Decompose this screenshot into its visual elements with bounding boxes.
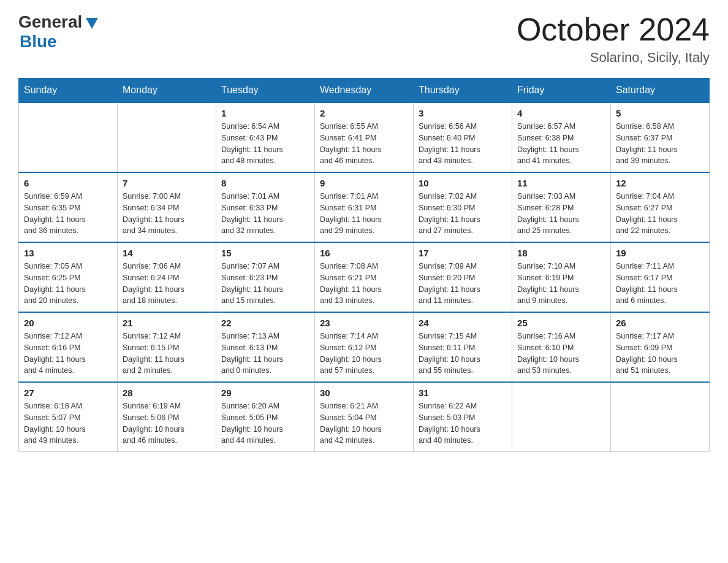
day-number: 15 — [221, 248, 309, 258]
day-info: Sunrise: 7:16 AM Sunset: 6:10 PM Dayligh… — [517, 331, 605, 377]
day-info: Sunrise: 6:57 AM Sunset: 6:38 PM Dayligh… — [517, 121, 605, 167]
day-number: 21 — [123, 318, 211, 328]
calendar-cell: 22Sunrise: 7:13 AM Sunset: 6:13 PM Dayli… — [216, 312, 315, 382]
page-header: General Blue October 2024 Solarino, Sici… — [18, 12, 710, 66]
day-info: Sunrise: 6:55 AM Sunset: 6:41 PM Dayligh… — [320, 121, 408, 167]
calendar-week-row: 1Sunrise: 6:54 AM Sunset: 6:43 PM Daylig… — [19, 102, 710, 172]
calendar-cell: 12Sunrise: 7:04 AM Sunset: 6:27 PM Dayli… — [611, 172, 710, 242]
title-section: October 2024 Solarino, Sicily, Italy — [517, 12, 710, 66]
day-info: Sunrise: 6:59 AM Sunset: 6:35 PM Dayligh… — [24, 191, 112, 237]
calendar-cell — [118, 102, 216, 172]
calendar-cell: 7Sunrise: 7:00 AM Sunset: 6:34 PM Daylig… — [118, 172, 216, 242]
day-info: Sunrise: 6:19 AM Sunset: 5:06 PM Dayligh… — [123, 400, 211, 446]
day-number: 27 — [24, 388, 112, 398]
day-info: Sunrise: 7:08 AM Sunset: 6:21 PM Dayligh… — [320, 261, 408, 307]
day-info: Sunrise: 7:13 AM Sunset: 6:13 PM Dayligh… — [221, 331, 309, 377]
day-number: 16 — [320, 248, 408, 258]
calendar-cell: 29Sunrise: 6:20 AM Sunset: 5:05 PM Dayli… — [216, 382, 315, 452]
weekday-header-saturday: Saturday — [611, 79, 710, 103]
day-number: 17 — [419, 248, 507, 258]
day-info: Sunrise: 7:06 AM Sunset: 6:24 PM Dayligh… — [123, 261, 211, 307]
calendar-cell: 26Sunrise: 7:17 AM Sunset: 6:09 PM Dayli… — [611, 312, 710, 382]
day-number: 12 — [616, 178, 704, 188]
day-info: Sunrise: 6:58 AM Sunset: 6:37 PM Dayligh… — [616, 121, 704, 167]
day-number: 8 — [221, 178, 309, 188]
calendar-cell: 8Sunrise: 7:01 AM Sunset: 6:33 PM Daylig… — [216, 172, 315, 242]
svg-marker-0 — [86, 18, 98, 29]
calendar-cell: 30Sunrise: 6:21 AM Sunset: 5:04 PM Dayli… — [315, 382, 414, 452]
day-number: 6 — [24, 178, 112, 188]
calendar-cell: 28Sunrise: 6:19 AM Sunset: 5:06 PM Dayli… — [118, 382, 216, 452]
day-number: 20 — [24, 318, 112, 328]
logo-triangle-icon — [83, 14, 100, 31]
day-number: 25 — [517, 318, 605, 328]
calendar-cell: 19Sunrise: 7:11 AM Sunset: 6:17 PM Dayli… — [611, 242, 710, 312]
weekday-header-sunday: Sunday — [19, 79, 118, 103]
calendar-cell: 24Sunrise: 7:15 AM Sunset: 6:11 PM Dayli… — [414, 312, 512, 382]
calendar-cell: 17Sunrise: 7:09 AM Sunset: 6:20 PM Dayli… — [414, 242, 512, 312]
calendar-cell: 18Sunrise: 7:10 AM Sunset: 6:19 PM Dayli… — [512, 242, 611, 312]
day-info: Sunrise: 7:04 AM Sunset: 6:27 PM Dayligh… — [616, 191, 704, 237]
weekday-header-friday: Friday — [512, 79, 611, 103]
calendar-week-row: 13Sunrise: 7:05 AM Sunset: 6:25 PM Dayli… — [19, 242, 710, 312]
calendar-cell: 20Sunrise: 7:12 AM Sunset: 6:16 PM Dayli… — [19, 312, 118, 382]
day-info: Sunrise: 7:07 AM Sunset: 6:23 PM Dayligh… — [221, 261, 309, 307]
calendar-cell: 3Sunrise: 6:56 AM Sunset: 6:40 PM Daylig… — [414, 102, 512, 172]
calendar-cell: 15Sunrise: 7:07 AM Sunset: 6:23 PM Dayli… — [216, 242, 315, 312]
day-info: Sunrise: 7:12 AM Sunset: 6:16 PM Dayligh… — [24, 331, 112, 377]
day-number: 10 — [419, 178, 507, 188]
day-info: Sunrise: 6:20 AM Sunset: 5:05 PM Dayligh… — [221, 400, 309, 446]
calendar-week-row: 27Sunrise: 6:18 AM Sunset: 5:07 PM Dayli… — [19, 382, 710, 452]
calendar-cell: 13Sunrise: 7:05 AM Sunset: 6:25 PM Dayli… — [19, 242, 118, 312]
location-subtitle: Solarino, Sicily, Italy — [517, 50, 710, 66]
calendar-cell: 25Sunrise: 7:16 AM Sunset: 6:10 PM Dayli… — [512, 312, 611, 382]
weekday-header-thursday: Thursday — [414, 79, 512, 103]
logo-general-text: General — [18, 12, 82, 32]
calendar-cell: 27Sunrise: 6:18 AM Sunset: 5:07 PM Dayli… — [19, 382, 118, 452]
day-number: 7 — [123, 178, 211, 188]
day-number: 23 — [320, 318, 408, 328]
day-info: Sunrise: 7:00 AM Sunset: 6:34 PM Dayligh… — [123, 191, 211, 237]
day-info: Sunrise: 7:15 AM Sunset: 6:11 PM Dayligh… — [419, 331, 507, 377]
calendar-week-row: 20Sunrise: 7:12 AM Sunset: 6:16 PM Dayli… — [19, 312, 710, 382]
day-info: Sunrise: 7:03 AM Sunset: 6:28 PM Dayligh… — [517, 191, 605, 237]
day-info: Sunrise: 6:21 AM Sunset: 5:04 PM Dayligh… — [320, 400, 408, 446]
day-info: Sunrise: 6:18 AM Sunset: 5:07 PM Dayligh… — [24, 400, 112, 446]
logo: General Blue — [18, 12, 100, 52]
day-number: 24 — [419, 318, 507, 328]
day-number: 14 — [123, 248, 211, 258]
calendar-table: SundayMondayTuesdayWednesdayThursdayFrid… — [18, 78, 710, 452]
calendar-cell: 21Sunrise: 7:12 AM Sunset: 6:15 PM Dayli… — [118, 312, 216, 382]
day-info: Sunrise: 7:01 AM Sunset: 6:33 PM Dayligh… — [221, 191, 309, 237]
weekday-header-tuesday: Tuesday — [216, 79, 315, 103]
logo-blue-text: Blue — [20, 32, 57, 52]
day-info: Sunrise: 7:11 AM Sunset: 6:17 PM Dayligh… — [616, 261, 704, 307]
day-number: 1 — [221, 108, 309, 118]
calendar-cell — [19, 102, 118, 172]
day-number: 3 — [419, 108, 507, 118]
day-number: 11 — [517, 178, 605, 188]
day-info: Sunrise: 7:01 AM Sunset: 6:31 PM Dayligh… — [320, 191, 408, 237]
day-number: 2 — [320, 108, 408, 118]
day-info: Sunrise: 7:17 AM Sunset: 6:09 PM Dayligh… — [616, 331, 704, 377]
calendar-cell: 1Sunrise: 6:54 AM Sunset: 6:43 PM Daylig… — [216, 102, 315, 172]
day-info: Sunrise: 7:12 AM Sunset: 6:15 PM Dayligh… — [123, 331, 211, 377]
day-number: 5 — [616, 108, 704, 118]
calendar-week-row: 6Sunrise: 6:59 AM Sunset: 6:35 PM Daylig… — [19, 172, 710, 242]
calendar-cell: 14Sunrise: 7:06 AM Sunset: 6:24 PM Dayli… — [118, 242, 216, 312]
day-number: 31 — [419, 388, 507, 398]
calendar-cell: 10Sunrise: 7:02 AM Sunset: 6:30 PM Dayli… — [414, 172, 512, 242]
calendar-cell: 23Sunrise: 7:14 AM Sunset: 6:12 PM Dayli… — [315, 312, 414, 382]
day-number: 28 — [123, 388, 211, 398]
weekday-header-monday: Monday — [118, 79, 216, 103]
day-info: Sunrise: 7:05 AM Sunset: 6:25 PM Dayligh… — [24, 261, 112, 307]
calendar-header-row: SundayMondayTuesdayWednesdayThursdayFrid… — [19, 79, 710, 103]
day-info: Sunrise: 7:10 AM Sunset: 6:19 PM Dayligh… — [517, 261, 605, 307]
weekday-header-wednesday: Wednesday — [315, 79, 414, 103]
day-number: 26 — [616, 318, 704, 328]
day-info: Sunrise: 6:22 AM Sunset: 5:03 PM Dayligh… — [419, 400, 507, 446]
day-number: 30 — [320, 388, 408, 398]
calendar-cell — [512, 382, 611, 452]
calendar-cell: 31Sunrise: 6:22 AM Sunset: 5:03 PM Dayli… — [414, 382, 512, 452]
calendar-cell: 6Sunrise: 6:59 AM Sunset: 6:35 PM Daylig… — [19, 172, 118, 242]
